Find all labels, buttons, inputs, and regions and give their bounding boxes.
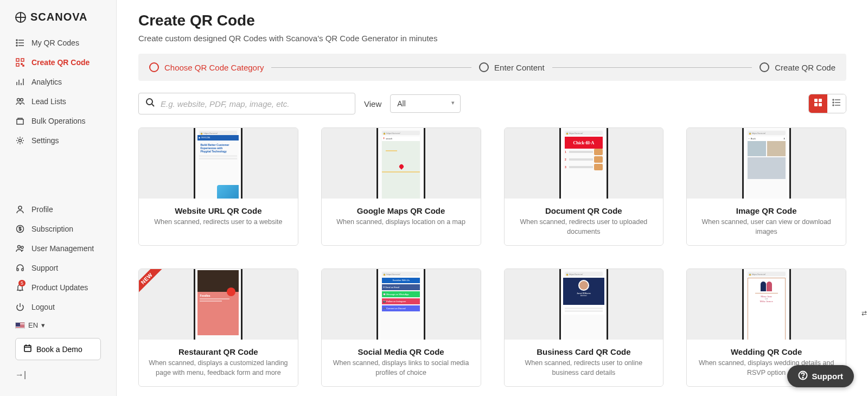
view-filter-value: All [397,99,406,108]
sidebar-item-bulk[interactable]: Bulk Operations [8,111,108,131]
card-title: Website URL QR Code [145,206,291,215]
side-panel-toggle[interactable]: ⇄ [861,309,867,317]
sidebar-item-support[interactable]: Support [8,258,108,278]
step-choose-category[interactable]: Choose QR Code Category [149,62,264,72]
language-selector[interactable]: EN ▾ [0,317,116,334]
step-circle-icon [479,62,489,72]
sidebar-item-label: Logout [31,303,55,311]
step-enter-content[interactable]: Enter Content [479,62,545,72]
help-icon [798,371,808,382]
sidebar-item-analytics[interactable]: Analytics [8,72,108,92]
chevron-down-icon: ▾ [41,321,45,329]
svg-rect-32 [819,99,822,102]
svg-rect-7 [21,59,24,61]
sidebar-item-label: User Management [31,244,94,253]
svg-point-4 [16,42,17,43]
card-desc: When scanned, redirects user to a websit… [145,218,291,227]
nav-account: Profile Subscription User Management Sup… [0,200,116,317]
card-restaurant[interactable]: NEW Foodles Restaurant QR CodeWhen scann… [138,269,298,387]
sidebar-item-user-mgmt[interactable]: User Management [8,239,108,258]
card-google-maps[interactable]: 🔒 https://scnv.io/📍 search Google Maps Q… [321,127,481,246]
sidebar-item-updates[interactable]: 5 Product Updates [8,278,108,297]
users-icon [15,244,25,253]
sidebar-item-label: Profile [31,205,53,214]
card-website-url[interactable]: 🔒 https://scnv.io/◆ TRYCONBuild Better C… [138,127,298,246]
card-preview: Foodles [139,269,298,340]
chart-icon [15,77,25,87]
sidebar-item-lead-lists[interactable]: Lead Lists [8,92,108,111]
step-create-qr[interactable]: Create QR Code [760,62,835,72]
card-preview: 🔒 https://scnv.io/Mary JaneandMike James [687,269,846,340]
view-toggle [808,94,846,113]
sidebar-item-subscription[interactable]: Subscription [8,219,108,239]
step-label: Enter Content [494,63,545,72]
book-demo-button[interactable]: Book a Demo [15,338,101,360]
search-input[interactable] [161,99,348,108]
support-fab-label: Support [812,372,844,381]
card-business-card[interactable]: 🔒 https://scnv.io/Janet WilliamsArchitec… [504,269,664,387]
card-preview: 🔒 https://scnv.io/Chick-fil-A123 [505,128,663,199]
sidebar-item-label: Create QR Code [31,58,90,67]
search-box[interactable] [138,93,355,114]
collapse-sidebar-button[interactable]: →| [0,365,116,385]
svg-rect-9 [21,63,22,65]
card-title: Google Maps QR Code [328,206,474,215]
sidebar-item-label: Lead Lists [31,97,66,106]
card-preview: 🔒 https://scnv.io/📍 search [322,128,481,199]
flag-us-icon [15,322,25,329]
sidebar-item-label: Product Updates [31,283,88,292]
toolbar: View All [138,93,846,114]
list-icon [832,98,841,109]
book-demo-label: Book a Demo [36,345,82,354]
svg-rect-23 [17,269,18,271]
svg-point-19 [18,206,22,209]
card-title: Image QR Code [693,206,839,215]
svg-rect-25 [24,346,31,352]
globe-icon [15,12,26,23]
gear-icon [15,136,25,145]
sidebar: SCANOVA My QR Codes Create QR Code Analy… [0,0,117,396]
svg-point-21 [18,246,21,248]
search-icon [145,98,155,110]
brand-logo[interactable]: SCANOVA [0,11,116,33]
card-desc: When scanned, redirects user to online b… [511,359,657,378]
support-fab[interactable]: Support [787,365,854,387]
sidebar-item-label: My QR Codes [31,39,79,47]
language-label: EN [28,321,38,329]
card-preview: 🔒 https://scnv.io/Janet WilliamsArchitec… [505,269,663,340]
dollar-icon [15,224,25,234]
bulk-icon [15,116,25,126]
card-document[interactable]: 🔒 https://scnv.io/Chick-fil-A123 Documen… [504,127,664,246]
card-social-media[interactable]: 🔒 https://scnv.io/Socialize With Us✉ Sen… [321,269,481,387]
sidebar-item-logout[interactable]: Logout [8,297,108,317]
svg-rect-6 [16,59,19,61]
svg-point-29 [146,99,152,105]
card-preview: 🔒 https://scnv.io/◆ TRYCONBuild Better C… [139,128,298,199]
sidebar-item-profile[interactable]: Profile [8,200,108,219]
sidebar-item-my-qr-codes[interactable]: My QR Codes [8,33,108,53]
sidebar-item-label: Analytics [31,78,62,86]
card-image[interactable]: 🔒 https://scnv.io/← Back⬇ Image QR CodeW… [686,127,846,246]
step-label: Create QR Code [775,63,835,72]
grid-icon [814,98,822,109]
svg-point-39 [833,102,834,103]
grid-view-button[interactable] [809,94,827,113]
list-view-button[interactable] [827,94,846,113]
view-filter-select[interactable]: All [390,94,461,113]
svg-point-3 [16,40,17,41]
svg-rect-10 [23,65,24,66]
collapse-icon: →| [15,370,26,379]
svg-point-15 [17,99,20,101]
svg-point-5 [16,45,17,46]
card-title: Restaurant QR Code [145,347,291,356]
svg-rect-24 [22,269,23,271]
card-desc: When scanned, displays a customized land… [145,359,291,378]
svg-point-42 [802,377,803,378]
sidebar-item-create-qr[interactable]: Create QR Code [8,53,108,72]
sidebar-item-settings[interactable]: Settings [8,131,108,150]
step-circle-icon [149,62,159,72]
qr-icon [15,58,25,67]
card-title: Wedding QR Code [693,347,839,356]
card-desc: When scanned, displays location on a map [328,218,474,227]
step-circle-icon [760,62,769,72]
